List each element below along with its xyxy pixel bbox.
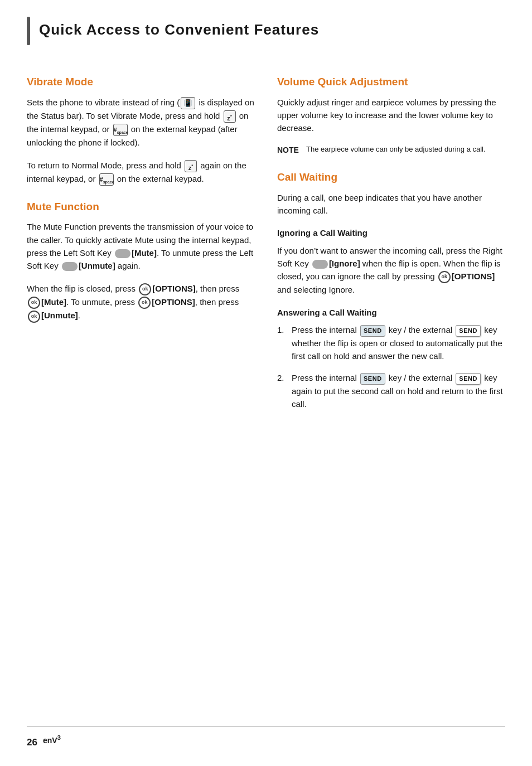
mute-text-3: again. <box>115 261 141 270</box>
volume-title: Volume Quick Adjustment <box>277 74 505 90</box>
hash-key-1: #space <box>113 124 128 136</box>
accent-bar <box>27 17 30 45</box>
vibrate-icon: 📳 <box>181 97 195 109</box>
right-soft-key-icon <box>312 260 328 269</box>
mute-function-section: Mute Function The Mute Function prevents… <box>27 199 255 323</box>
main-content: Vibrate Mode Sets the phone to vibrate i… <box>27 61 505 419</box>
vibrate-mode-section: Vibrate Mode Sets the phone to vibrate i… <box>27 74 255 186</box>
mute-text-4: When the flip is closed, press <box>27 284 138 293</box>
ok-key-icon-4: ok <box>28 311 40 323</box>
send-key-internal-2: SEND <box>360 373 385 385</box>
ignore-label: [Ignore] <box>329 259 360 268</box>
footer: 26 enV3 <box>27 726 505 753</box>
ok-key-icon-2: ok <box>28 297 40 309</box>
hash-key-2: #space <box>99 173 114 186</box>
left-column: Vibrate Mode Sets the phone to vibrate i… <box>27 61 255 419</box>
options-label-2: [OPTIONS] <box>152 297 195 307</box>
z-key-1: z* <box>224 110 236 123</box>
ok-key-icon-ignore: ok <box>438 271 451 283</box>
vibrate-mode-body2: To return to Normal Mode, press and hold… <box>27 159 255 186</box>
mute-text-6: . To unmute, press <box>66 297 137 307</box>
page-header: Quick Access to Convenient Features <box>27 17 505 45</box>
page: Quick Access to Convenient Features Vibr… <box>0 0 532 766</box>
volume-body: Quickly adjust ringer and earpiece volum… <box>277 96 505 135</box>
item-num-1: 1. <box>277 323 288 336</box>
vibrate-text-2c: on the external keypad. <box>115 174 204 183</box>
ignoring-body: If you don’t want to answer the incoming… <box>277 244 505 297</box>
answering-title: Answering a Call Waiting <box>277 307 505 319</box>
call-waiting-body: During a call, one beep indicates that y… <box>277 191 505 217</box>
brand-logo: enV3 <box>43 733 61 753</box>
options-label-ignore: [OPTIONS] <box>452 272 495 281</box>
volume-section: Volume Quick Adjustment Quickly adjust r… <box>277 74 505 156</box>
item-2-text2: key / the external <box>386 373 455 382</box>
vibrate-mode-body: Sets the phone to vibrate instead of rin… <box>27 96 255 149</box>
send-key-external-2: SEND <box>456 373 481 385</box>
send-key-external-1: SEND <box>456 325 481 337</box>
list-item: 2. Press the internal SEND key / the ext… <box>277 371 505 410</box>
vibrate-mode-title: Vibrate Mode <box>27 74 255 90</box>
mute-function-body: The Mute Function prevents the transmiss… <box>27 220 255 272</box>
item-2-body: Press the internal SEND key / the extern… <box>292 371 505 410</box>
mute-text-8: . <box>78 311 80 320</box>
right-column: Volume Quick Adjustment Quickly adjust r… <box>277 61 505 419</box>
item-num-2: 2. <box>277 371 288 384</box>
mute-text-7: , then press <box>195 297 239 307</box>
mute-label-2: [Mute] <box>41 297 66 307</box>
mute-function-body2: When the flip is closed, press ok[OPTION… <box>27 282 255 322</box>
call-waiting-title: Call Waiting <box>277 169 505 186</box>
options-label-1: [OPTIONS] <box>152 284 196 293</box>
ok-key-icon-1: ok <box>139 283 151 295</box>
note-text: The earpiece volume can only be adjusted… <box>306 144 486 154</box>
brand-text: enV <box>43 736 57 745</box>
volume-note: NOTE The earpiece volume can only be adj… <box>277 144 505 156</box>
send-key-internal-1: SEND <box>360 325 385 337</box>
call-waiting-section: Call Waiting During a call, one beep ind… <box>277 169 505 410</box>
page-title: Quick Access to Convenient Features <box>39 17 319 45</box>
answering-list: 1. Press the internal SEND key / the ext… <box>277 323 505 410</box>
mute-label: [Mute] <box>132 248 157 258</box>
left-soft-key-icon-1 <box>115 249 130 258</box>
brand-superscript: 3 <box>57 736 61 745</box>
mute-function-title: Mute Function <box>27 199 255 215</box>
page-number: 26 <box>27 735 37 750</box>
z-key-2: z* <box>185 160 197 172</box>
ignore-text-3: and selecting Ignore. <box>277 285 355 294</box>
mute-text-5: , then press <box>196 284 239 293</box>
ok-key-icon-3: ok <box>138 297 151 309</box>
item-1-body: Press the internal SEND key / the extern… <box>292 323 505 362</box>
item-1-text2: key / the external <box>386 325 455 334</box>
ignoring-section: Ignoring a Call Waiting If you don’t wan… <box>277 227 505 296</box>
left-soft-key-icon-2 <box>62 262 78 271</box>
item-2-text1: Press the internal <box>292 373 359 382</box>
vibrate-text-2: To return to Normal Mode, press and hold <box>27 161 183 170</box>
item-1-text1: Press the internal <box>292 325 359 334</box>
note-label: NOTE <box>277 144 302 156</box>
answering-section: Answering a Call Waiting 1. Press the in… <box>277 307 505 411</box>
list-item: 1. Press the internal SEND key / the ext… <box>277 323 505 362</box>
vibrate-text-1: Sets the phone to vibrate instead of rin… <box>27 98 180 107</box>
unmute-label: [Unmute] <box>79 261 115 270</box>
unmute-label-2: [Unmute] <box>41 311 78 320</box>
ignoring-title: Ignoring a Call Waiting <box>277 227 505 240</box>
